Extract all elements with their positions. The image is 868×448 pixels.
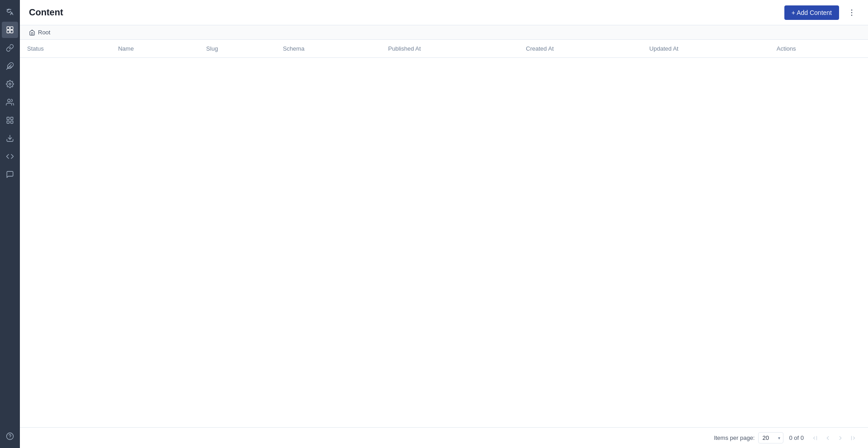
svg-rect-8 [7,117,9,119]
col-name: Name [111,40,199,58]
svg-rect-1 [10,27,13,29]
users-icon [6,98,14,106]
per-page-select[interactable]: 10 20 50 100 [758,432,783,443]
chat-icon [6,170,14,179]
col-actions: Actions [769,40,868,58]
svg-point-6 [9,83,11,85]
pagination-nav [809,433,859,443]
translate-icon [6,8,14,16]
next-page-icon [837,435,844,441]
content-icon [6,26,14,34]
sidebar-item-import[interactable] [2,130,18,146]
last-page-icon [850,435,856,441]
col-schema: Schema [276,40,381,58]
col-slug: Slug [199,40,276,58]
next-page-button[interactable] [835,433,846,443]
help-icon [6,432,14,440]
sidebar-item-link[interactable] [2,40,18,56]
first-page-button[interactable] [809,433,821,443]
col-created-at: Created At [519,40,642,58]
sidebar-item-settings[interactable] [2,76,18,92]
sidebar-item-chat[interactable] [2,166,18,183]
home-icon [29,29,35,36]
more-options-button[interactable] [844,5,859,20]
more-options-icon [847,8,856,17]
svg-point-13 [7,433,14,440]
breadcrumb-root-label: Root [38,29,50,36]
first-page-icon [812,435,818,441]
svg-rect-2 [7,30,9,33]
table-header: Status Name Slug Schema Published At [20,40,868,58]
sidebar [0,0,20,448]
header-actions: + Add Content [784,5,859,20]
settings-icon [6,80,14,88]
page-count: 0 of 0 [789,434,804,441]
svg-rect-11 [11,121,13,123]
svg-rect-0 [7,27,9,29]
link-icon [6,44,14,52]
col-status: Status [20,40,111,58]
sidebar-item-code[interactable] [2,148,18,165]
sidebar-item-help[interactable] [2,428,18,444]
breadcrumb-root[interactable]: Root [29,29,50,36]
code-icon [6,152,14,160]
sidebar-item-content[interactable] [2,22,18,38]
sidebar-item-users[interactable] [2,94,18,110]
col-updated-at: Updated At [642,40,769,58]
svg-point-16 [851,12,853,13]
blocks-icon [6,116,14,124]
page-title: Content [29,7,63,18]
svg-point-7 [8,99,10,102]
breadcrumb: Root [20,25,868,40]
svg-rect-3 [10,30,13,33]
pagination-bar: Items per page: 10 20 50 100 0 of 0 [20,427,868,448]
sidebar-item-plugin[interactable] [2,58,18,74]
add-content-button[interactable]: + Add Content [784,5,839,20]
items-per-page-control: Items per page: 10 20 50 100 [714,432,783,443]
prev-page-icon [825,435,831,441]
svg-point-15 [851,9,853,10]
content-table: Status Name Slug Schema Published At [20,40,868,58]
table-header-row: Status Name Slug Schema Published At [20,40,868,58]
table-container: Status Name Slug Schema Published At [20,40,868,427]
import-icon [6,134,14,142]
main-content: Content + Add Content Root [20,0,868,448]
svg-rect-10 [7,121,9,123]
per-page-wrapper: 10 20 50 100 [758,432,783,443]
page-header: Content + Add Content [20,0,868,25]
svg-point-17 [851,14,853,16]
prev-page-button[interactable] [822,433,834,443]
plugin-icon [6,62,14,70]
svg-rect-9 [11,117,13,119]
sidebar-item-blocks[interactable] [2,112,18,128]
col-published-at: Published At [381,40,519,58]
last-page-button[interactable] [847,433,859,443]
sidebar-item-translate[interactable] [2,4,18,20]
items-per-page-label: Items per page: [714,434,755,441]
